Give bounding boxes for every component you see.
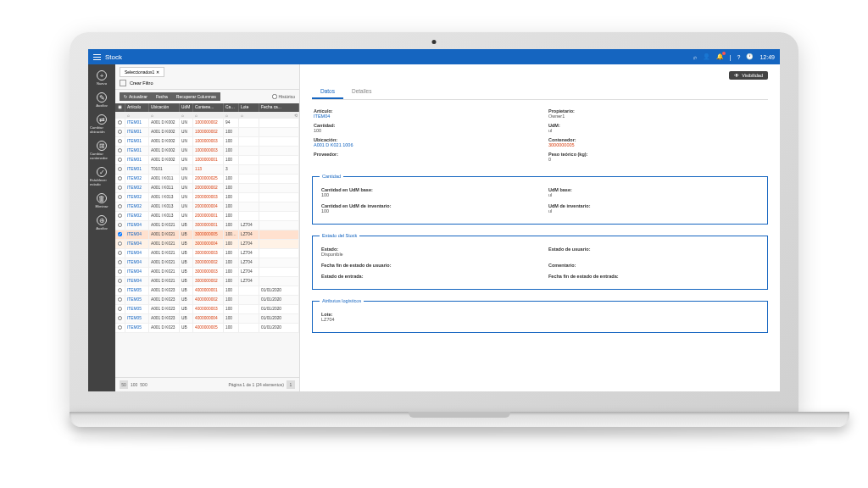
- table-row[interactable]: ITEM05A001 D K023UB400000000210001/01/20…: [115, 296, 299, 305]
- table-row[interactable]: ITEM02A001 I K011UN2000000002100: [115, 184, 299, 193]
- table-row[interactable]: ITEM01A001 D K002UN1000000001100: [115, 156, 299, 165]
- funnel-icon[interactable]: [120, 80, 126, 86]
- table-row[interactable]: ITEM02A001 I K011UN2000000025100: [115, 175, 299, 184]
- val-articulo[interactable]: ITEM04: [314, 114, 330, 119]
- user-icon[interactable]: 👤: [703, 53, 710, 60]
- group-estado: Estado del Stock Estado:Disponible Estad…: [312, 233, 768, 290]
- sidebar-cambiar-ubicacion[interactable]: ⇄Cambiar ubicación: [90, 112, 114, 136]
- historic-checkbox[interactable]: Histórico: [272, 94, 295, 99]
- group-atributos: Atributos logísticos Lote:LZ704: [312, 298, 768, 333]
- grid-pane: Seleccionados1 ✕ Crear Filtro ↻Actualiza…: [115, 64, 300, 391]
- val-udm: ul: [548, 128, 552, 133]
- val-contenedor[interactable]: 3000000005: [548, 142, 575, 147]
- lbl-udm: UdM:: [548, 123, 766, 128]
- recover-columns-button[interactable]: Recuperar Columnas: [172, 92, 220, 101]
- table-row[interactable]: ITEM01A001 D K002UN1000000003100: [115, 147, 299, 156]
- table-row[interactable]: ITEM02A001 I K013UN2000000003100: [115, 193, 299, 202]
- val-ubicacion[interactable]: A001 D K021 1006: [314, 142, 353, 147]
- filter-tab[interactable]: Seleccionados1 ✕: [120, 67, 164, 77]
- grid-header: Artículo Ubicación UdM Contene... Cantid…: [115, 103, 299, 112]
- time-label: 12:49: [760, 54, 775, 60]
- col-udm[interactable]: UdM: [180, 103, 193, 112]
- table-row[interactable]: ITEM04A001 D K021UB3000000004100LZ704: [115, 240, 299, 249]
- table-row[interactable]: ITEM02A001 I K013UN2000000004100: [115, 202, 299, 212]
- visibility-button[interactable]: 👁Visibilidad: [729, 71, 768, 80]
- sidebar-establecer-estado[interactable]: ✓Establecer estado: [90, 164, 114, 189]
- col-cantidad[interactable]: Cantidad: [224, 103, 239, 112]
- sidebar: +Nuevo✎Auxiliar⇄Cambiar ubicación⊞Cambia…: [88, 64, 115, 391]
- val-propietario: Owner1: [548, 114, 565, 119]
- table-row[interactable]: ITEM04A001 D K021UB3000000002100LZ704: [115, 258, 299, 268]
- lbl-propietario: Propietario:: [548, 108, 766, 114]
- table-row[interactable]: ITEM05A001 D K023UB400000000110001/01/20…: [115, 286, 299, 296]
- help-icon[interactable]: ?: [737, 54, 741, 60]
- legend-cantidad: Cantidad: [320, 174, 343, 179]
- page-size-500[interactable]: 500: [140, 382, 147, 387]
- val-peso: 0: [548, 157, 551, 162]
- divider: |: [730, 54, 732, 60]
- table-row[interactable]: ITEM05A001 D K023UB400000000310001/01/20…: [115, 305, 299, 314]
- legend-atributos: Atributos logísticos: [320, 298, 364, 303]
- table-row[interactable]: ITEM01T0101UN1133: [115, 165, 299, 175]
- search-icon[interactable]: ⌕: [693, 54, 697, 60]
- col-fecha[interactable]: Fecha ca...: [259, 103, 299, 112]
- table-row[interactable]: ITEM04A001 D K021UB3000000003100LZ704: [115, 249, 299, 258]
- sidebar-eliminar[interactable]: 🗑Eliminar: [90, 191, 114, 211]
- top-bar: Stock ⌕ 👤 🔔 | ? 🕐 12:49: [88, 49, 780, 64]
- table-row[interactable]: ITEM05A001 D K023UB400000000410001/01/20…: [115, 314, 299, 324]
- page-size-100[interactable]: 100: [131, 382, 137, 387]
- table-row[interactable]: ITEM05A001 D K023UB400000000510001/01/20…: [115, 324, 299, 333]
- clock-icon: 🕐: [746, 53, 754, 60]
- table-row[interactable]: ITEM01A001 D K002UN1000000002100: [115, 128, 299, 137]
- sidebar-cambiar-contenedor[interactable]: ⊞Cambiar contenedor: [90, 138, 114, 163]
- table-row[interactable]: ITEM02A001 I K013UN2000000001100: [115, 212, 299, 221]
- table-row[interactable]: ITEM01A001 D K002UN1000000003100: [115, 137, 299, 147]
- lbl-contenedor: Contenedor:: [548, 137, 766, 142]
- col-articulo[interactable]: Artículo: [125, 103, 149, 112]
- detail-pane: 👁Visibilidad Datos Detalles Artículo:ITE…: [300, 64, 780, 391]
- grid-body: ITEM01A001 D K002UN100000000294ITEM01A00…: [115, 119, 299, 377]
- detail-tabs: Datos Detalles: [312, 85, 768, 100]
- col-ubicacion[interactable]: Ubicación: [149, 103, 180, 112]
- val-cantidad: 100: [314, 128, 321, 133]
- lbl-peso: Peso teórico (kg):: [548, 152, 766, 157]
- col-lote[interactable]: Lote: [239, 103, 259, 112]
- table-row[interactable]: ITEM04A001 D K021UB3000000003100LZ704: [115, 268, 299, 277]
- page-current[interactable]: 1: [287, 380, 295, 389]
- eye-icon: 👁: [734, 73, 739, 78]
- grid-filter-row[interactable]: ⟲: [115, 112, 299, 119]
- lbl-cantidad: Cantidad:: [314, 123, 531, 128]
- page-size-50[interactable]: 50: [120, 380, 128, 389]
- sidebar-auxiliar[interactable]: ✎Auxiliar: [90, 90, 114, 110]
- lbl-proveedor: Proveedor:: [314, 152, 531, 157]
- lbl-articulo: Artículo:: [314, 108, 531, 114]
- pager-info: Página 1 de 1 (24 elementos): [228, 382, 284, 387]
- tab-datos[interactable]: Datos: [312, 85, 343, 99]
- table-row[interactable]: ITEM01A001 D K002UN100000000294: [115, 119, 299, 128]
- col-checkbox[interactable]: [115, 103, 125, 112]
- col-contenedor[interactable]: Contene...: [193, 103, 224, 112]
- legend-estado: Estado del Stock: [320, 233, 359, 238]
- tab-detalles[interactable]: Detalles: [343, 85, 380, 99]
- page-title: Stock: [105, 53, 122, 61]
- pager: 50 100 500 Página 1 de 1 (24 elementos) …: [115, 377, 299, 391]
- table-row[interactable]: ITEM04A001 D K021UB3000000001100LZ704: [115, 221, 299, 230]
- fecha-button[interactable]: Fecha: [152, 92, 172, 101]
- table-row[interactable]: ITEM04A001 D K021UB3000000002100LZ704: [115, 277, 299, 286]
- bell-icon[interactable]: 🔔: [716, 53, 724, 60]
- group-cantidad: Cantidad Cantidad en UdM base:100 UdM ba…: [312, 174, 768, 225]
- sidebar-auxiliar2[interactable]: ⊕Auxiliar: [90, 213, 114, 233]
- create-filter-link[interactable]: Crear Filtro: [130, 80, 153, 86]
- refresh-button[interactable]: ↻Actualizar: [120, 92, 152, 101]
- table-row[interactable]: ITEM04A001 D K021UB3000000005100 ☝LZ704: [115, 230, 299, 240]
- menu-icon[interactable]: [93, 54, 101, 60]
- sidebar-nuevo[interactable]: +Nuevo: [90, 68, 114, 88]
